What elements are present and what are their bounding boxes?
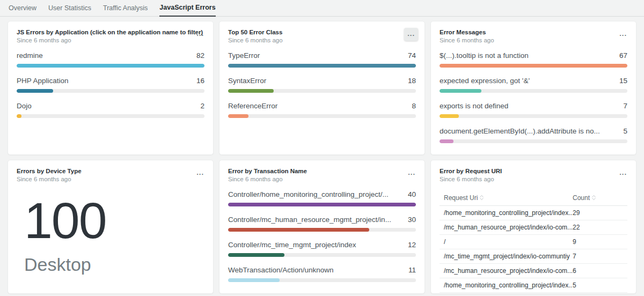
bar-row-typeerror[interactable]: TypeError 74 <box>228 51 416 68</box>
column-header-label: Count <box>573 194 590 202</box>
bar-label: TypeError <box>228 51 260 60</box>
bar-row-header: ReferenceError 8 <box>228 101 416 110</box>
bar-row-tooltip-error[interactable]: $(...).tooltip is not a function 67 <box>440 51 627 68</box>
bar-track <box>228 253 416 257</box>
bar-label: ReferenceError <box>228 101 277 110</box>
bar-row-exports-not-defined[interactable]: exports is not defined 7 <box>440 101 627 118</box>
tab-javascript-errors[interactable]: JavaScript Errors <box>159 4 215 17</box>
bar-row-redmine[interactable]: redmine 82 <box>17 51 204 68</box>
bar-row-header: exports is not defined 7 <box>440 101 627 110</box>
bar-chart: $(...).tooltip is not a function 67 expe… <box>440 51 627 143</box>
ellipsis-menu-icon[interactable]: ... <box>405 168 418 177</box>
tab-overview[interactable]: Overview <box>9 4 36 16</box>
bar-fill <box>228 278 280 282</box>
bar-row-header: $(...).tooltip is not a function 67 <box>440 51 627 60</box>
bar-label: exports is not defined <box>440 101 508 110</box>
bar-label: document.getElementById(...).addAttribut… <box>440 127 600 136</box>
bar-row-referenceerror[interactable]: ReferenceError 8 <box>228 101 416 118</box>
request-uri-cell: / <box>444 238 573 246</box>
billboard-caption: Desktop <box>24 254 204 275</box>
bar-value: 2 <box>200 101 204 110</box>
table-row: /home_monitoring_controlling_project/ind… <box>440 206 627 220</box>
card-subtitle: Since 6 months ago <box>228 176 400 182</box>
ellipsis-menu-icon[interactable]: ... <box>617 168 630 177</box>
bar-label: PHP Application <box>17 76 69 85</box>
card-title: Error Messages <box>440 29 611 35</box>
tab-traffic-analysis[interactable]: Traffic Analysis <box>103 4 148 16</box>
bar-row-human-resource-controller[interactable]: Controller/mc_human_resource_mgmt_projec… <box>228 215 416 232</box>
bar-fill <box>440 114 459 118</box>
bar-fill <box>440 89 481 93</box>
bar-row-webtransaction-unknown[interactable]: WebTransaction/Action/unknown 11 <box>228 265 416 282</box>
bar-label: SyntaxError <box>228 76 266 85</box>
card-title: JS Errors by Application (click on the a… <box>17 29 188 35</box>
card-subtitle: Since 6 months ago <box>228 37 400 43</box>
count-cell: 9 <box>573 238 623 246</box>
bar-value: 5 <box>623 127 627 136</box>
card-top-50-error-class: Top 50 Error Class Since 6 months ago ..… <box>219 21 425 155</box>
bar-row-header: Controller/mc_human_resource_mgmt_projec… <box>228 215 416 224</box>
bar-label: Controller/mc_time_mgmt_project/index <box>228 240 356 249</box>
bar-value: 12 <box>408 240 416 249</box>
ellipsis-menu-icon[interactable]: ... <box>404 28 418 41</box>
bar-fill <box>228 203 416 206</box>
bar-row-header: PHP Application 16 <box>17 76 204 85</box>
column-header-request-uri[interactable]: Request Uri <box>444 194 573 202</box>
bar-value: 16 <box>196 76 204 85</box>
bar-track <box>17 64 204 68</box>
bar-value: 67 <box>619 51 627 60</box>
bar-label: Dojo <box>17 101 32 110</box>
card-title: Error by Transaction Name <box>228 168 400 174</box>
card-title: Top 50 Error Class <box>228 29 400 35</box>
bar-row-expected-expression[interactable]: expected expression, got '&' 15 <box>440 76 627 93</box>
bar-chart: redmine 82 PHP Application 16 Dojo 2 <box>17 51 204 118</box>
bar-track <box>440 89 627 93</box>
bar-fill <box>228 114 248 118</box>
bar-value: 30 <box>408 215 416 224</box>
card-error-messages: Error Messages Since 6 months ago ... $(… <box>430 21 636 155</box>
bar-row-dojo[interactable]: Dojo 2 <box>17 101 204 118</box>
bar-label: redmine <box>17 51 43 60</box>
bar-value: 82 <box>196 51 204 60</box>
card-header: Error by Transaction Name Since 6 months… <box>228 168 416 182</box>
card-title: Error by Request URI <box>440 168 611 174</box>
bar-fill <box>17 89 53 93</box>
count-cell: 29 <box>573 209 623 217</box>
bar-fill <box>440 139 453 143</box>
bar-value: 40 <box>408 190 416 199</box>
card-header: Errors by Device Type Since 6 months ago… <box>17 168 204 182</box>
bar-fill <box>228 228 369 232</box>
bar-track <box>228 89 416 93</box>
bar-fill <box>228 253 284 257</box>
ellipsis-menu-icon[interactable]: ... <box>194 168 207 177</box>
count-cell: 6 <box>573 267 623 275</box>
card-error-by-request-uri: Error by Request URI Since 6 months ago … <box>430 160 636 294</box>
dashboard-grid: JS Errors by Application (click on the a… <box>0 17 644 294</box>
request-uri-cell: /mc_time_mgmt_project/index/io-communtiy <box>444 253 573 260</box>
bar-chart: Controller/home_monitoring_controlling_p… <box>228 190 416 282</box>
column-header-count[interactable]: Count <box>573 194 623 202</box>
bar-row-syntaxerror[interactable]: SyntaxError 18 <box>228 76 416 93</box>
card-header: Error Messages Since 6 months ago ... <box>440 29 627 43</box>
bar-row-home-monitoring-controller[interactable]: Controller/home_monitoring_controlling_p… <box>228 190 416 206</box>
sort-icon <box>480 195 484 200</box>
card-header: JS Errors by Application (click on the a… <box>17 29 204 43</box>
bar-value: 74 <box>408 51 416 60</box>
bar-label: Controller/home_monitoring_controlling_p… <box>228 190 389 199</box>
billboard-value: 100 <box>24 196 204 245</box>
bar-row-addattribute-error[interactable]: document.getElementById(...).addAttribut… <box>440 127 627 143</box>
bar-value: 8 <box>412 101 416 110</box>
bar-fill <box>17 114 21 118</box>
bar-row-time-mgmt-controller[interactable]: Controller/mc_time_mgmt_project/index 12 <box>228 240 416 257</box>
bar-value: 7 <box>623 101 627 110</box>
bar-row-php-application[interactable]: PHP Application 16 <box>17 76 204 93</box>
ellipsis-menu-icon[interactable]: ... <box>617 29 630 39</box>
bar-row-header: SyntaxError 18 <box>228 76 416 85</box>
tab-user-statistics[interactable]: User Statistics <box>48 4 91 16</box>
card-subtitle: Since 6 months ago <box>440 37 611 43</box>
column-header-label: Request Uri <box>444 194 478 202</box>
table-row: / 9 <box>440 235 627 249</box>
ellipsis-menu-icon[interactable]: ... <box>194 29 207 39</box>
card-subtitle: Since 6 months ago <box>17 37 188 43</box>
table-row: /mc_human_resource_project/index/io-com.… <box>440 264 627 278</box>
